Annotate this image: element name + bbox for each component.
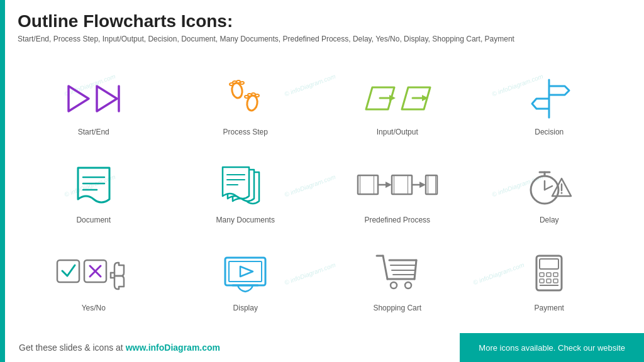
svg-rect-27 — [360, 175, 360, 194]
svg-rect-75 — [553, 279, 558, 283]
svg-rect-73 — [540, 279, 544, 283]
left-accent-bar — [0, 0, 5, 362]
footer-text: Get these slides & icons at — [19, 343, 126, 353]
icon-item-payment: Payment — [474, 229, 626, 317]
display-icon — [220, 250, 270, 300]
payment-icon — [530, 250, 568, 300]
svg-rect-37 — [428, 175, 428, 194]
predefined-process-icon — [357, 162, 438, 212]
svg-rect-32 — [394, 175, 394, 194]
svg-rect-69 — [540, 259, 558, 269]
icon-item-start-end: Start/End — [18, 53, 170, 141]
svg-rect-33 — [408, 175, 408, 194]
svg-point-67 — [405, 282, 411, 288]
yes-no-label: Yes/No — [82, 304, 106, 312]
display-label: Display — [233, 304, 258, 312]
svg-rect-72 — [553, 273, 558, 277]
icon-item-yes-no: Yes/No — [18, 229, 170, 317]
svg-rect-31 — [392, 175, 412, 194]
process-step-label: Process Step — [223, 128, 268, 136]
delay-icon — [521, 162, 577, 212]
start-end-icon — [62, 74, 125, 124]
svg-marker-35 — [419, 182, 426, 188]
svg-rect-38 — [435, 175, 436, 194]
svg-point-46 — [561, 192, 563, 194]
svg-rect-70 — [540, 273, 544, 277]
svg-line-43 — [545, 186, 552, 190]
svg-point-12 — [255, 94, 260, 97]
document-label: Document — [76, 216, 111, 224]
subtitle: Start/End, Process Step, Input/Output, D… — [18, 34, 625, 45]
document-icon — [75, 162, 113, 212]
input-output-icon — [363, 74, 432, 124]
icon-item-process-step: Process Step — [170, 53, 322, 141]
process-step-icon — [223, 74, 267, 124]
start-end-label: Start/End — [78, 128, 109, 136]
svg-marker-56 — [240, 266, 253, 277]
svg-rect-47 — [57, 260, 79, 282]
footer-left: Get these slides & icons at www.infoDiag… — [0, 343, 460, 353]
svg-marker-30 — [386, 182, 392, 188]
svg-point-66 — [391, 282, 397, 288]
svg-rect-28 — [374, 175, 374, 194]
svg-marker-1 — [97, 86, 117, 111]
icon-item-shopping-cart: Shopping Cart — [321, 229, 474, 317]
yes-no-icon — [56, 250, 131, 300]
delay-label: Delay — [540, 216, 559, 224]
icon-item-document: Document — [18, 141, 170, 229]
svg-rect-71 — [547, 273, 551, 277]
shopping-cart-label: Shopping Cart — [373, 304, 421, 312]
shopping-cart-icon — [374, 250, 421, 300]
icon-item-decision: Decision — [474, 53, 626, 141]
icon-item-input-output: Input/Output — [321, 53, 474, 141]
footer-cta[interactable]: More icons available. Check our website — [460, 333, 644, 362]
icons-grid: Start/End Process Step — [0, 47, 644, 317]
many-documents-icon — [220, 162, 270, 212]
svg-line-59 — [383, 256, 387, 279]
decision-icon — [524, 74, 574, 124]
svg-rect-55 — [229, 261, 262, 282]
svg-marker-0 — [69, 86, 89, 111]
icon-item-many-documents: Many Documents — [170, 141, 322, 229]
footer: Get these slides & icons at www.infoDiag… — [0, 333, 644, 362]
svg-rect-74 — [547, 279, 551, 283]
svg-rect-26 — [358, 175, 378, 194]
payment-label: Payment — [535, 304, 564, 312]
input-output-label: Input/Output — [377, 128, 418, 136]
icon-item-predefined-process: Predefined Process — [321, 141, 474, 229]
predefined-process-label: Predefined Process — [364, 216, 430, 224]
footer-link[interactable]: www.infoDiagram.com — [126, 343, 220, 353]
many-documents-label: Many Documents — [216, 216, 275, 224]
decision-label: Decision — [535, 128, 564, 136]
svg-point-7 — [240, 81, 245, 84]
icon-item-delay: Delay — [474, 141, 626, 229]
page-title: Outline Flowcharts Icons: — [18, 11, 625, 31]
header: Outline Flowcharts Icons: Start/End, Pro… — [0, 0, 644, 47]
footer-cta-text: More icons available. Check our website — [479, 343, 625, 353]
icon-item-display: Display — [170, 229, 322, 317]
